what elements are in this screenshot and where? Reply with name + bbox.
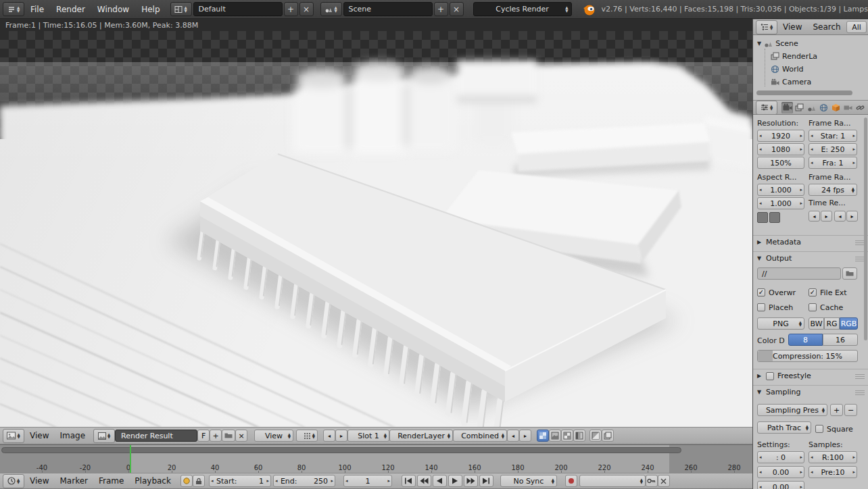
timeline-ruler[interactable]: -40-200204060801001201401601802002202402… — [0, 444, 752, 473]
scene-browse-button[interactable]: ▲▼ — [320, 2, 342, 16]
autokey-record-button[interactable] — [565, 475, 577, 487]
menu-frame[interactable]: Frame — [93, 476, 129, 486]
add-preset-button[interactable]: + — [830, 404, 843, 416]
time-remap-new-down[interactable]: ◂ — [834, 211, 846, 222]
cache-checkbox-row[interactable]: Cache — [809, 301, 843, 313]
frame-end-field[interactable]: ◂E: 250▸ — [809, 143, 857, 155]
preview-range-button[interactable] — [180, 475, 193, 487]
screen-layout-browse-button[interactable]: ▲▼ — [170, 2, 192, 16]
overwrite-checkbox[interactable]: ✓ — [757, 288, 765, 297]
seed-field[interactable]: ◂: 0▸ — [757, 451, 804, 463]
fake-user-button[interactable]: F — [197, 430, 210, 442]
copy-image-button[interactable] — [602, 430, 614, 442]
jump-to-end-button[interactable] — [479, 475, 493, 487]
tab-constraints[interactable] — [854, 102, 866, 113]
depth-8-button[interactable]: 8 — [788, 334, 823, 346]
render-result-image[interactable] — [0, 31, 752, 427]
render-samples-field[interactable]: ◂R:100▸ — [809, 451, 857, 463]
sync-dropdown[interactable]: No Sync ▲▼ — [500, 475, 557, 487]
compression-slider[interactable]: Compression: 15% — [757, 350, 858, 362]
delete-keyframe-button[interactable] — [658, 475, 670, 487]
menu-window[interactable]: Window — [91, 5, 135, 14]
display-rgba-button[interactable] — [537, 430, 549, 442]
tab-object[interactable] — [830, 102, 842, 113]
add-scene-button[interactable]: + — [434, 2, 448, 16]
add-layout-button[interactable]: + — [284, 2, 298, 16]
view-mode-dropdown[interactable]: View ▲▼ — [254, 430, 293, 442]
prev-pass-button[interactable]: ◂ — [507, 430, 519, 442]
tab-render-layers[interactable] — [794, 102, 805, 113]
insert-keyframe-button[interactable] — [646, 475, 658, 487]
integrator-dropdown[interactable]: Path Trac▲▼ — [757, 421, 811, 434]
frame-step-field[interactable]: ◂Fra: 1▸ — [809, 157, 857, 169]
panel-grip-icon[interactable] — [855, 373, 865, 379]
channel-rgba-button[interactable]: RGB — [840, 317, 858, 330]
crop-toggle[interactable] — [769, 212, 780, 223]
next-pass-button[interactable]: ▸ — [519, 430, 531, 442]
render-pass-dropdown[interactable]: Combined ▲▼ — [453, 430, 507, 442]
menu-help[interactable]: Help — [135, 5, 166, 14]
tab-world[interactable] — [818, 102, 829, 113]
lock-button[interactable] — [193, 475, 205, 487]
aspect-y-field[interactable]: ◂1.000▸ — [757, 197, 804, 209]
image-datablock-field[interactable]: Render Result — [115, 430, 197, 442]
placeholders-checkbox[interactable] — [757, 303, 765, 311]
display-z-button[interactable] — [573, 430, 585, 442]
outliner-display-mode-dropdown[interactable]: All — [846, 21, 867, 33]
square-samples-checkbox-row[interactable]: Square — [815, 423, 853, 435]
panel-sampling[interactable]: ▼ Sampling — [753, 385, 868, 398]
panel-freestyle[interactable]: ▶ Freestyle — [753, 369, 868, 382]
panel-grip-icon[interactable] — [855, 239, 865, 245]
panel-output[interactable]: ▼ Output — [753, 251, 868, 265]
clamp-indirect-field[interactable]: ◂0.00▸ — [757, 481, 804, 489]
editor-type-timeline-button[interactable]: ▲▼ — [3, 474, 24, 488]
placeholders-checkbox-row[interactable]: Placeh — [757, 301, 793, 313]
properties-scrollbar[interactable] — [864, 118, 867, 340]
next-slot-button[interactable]: ▸ — [335, 430, 347, 442]
editor-type-properties-button[interactable]: ▲▼ — [756, 101, 777, 115]
delete-scene-button[interactable]: × — [450, 2, 464, 16]
frame-start-field[interactable]: ◂ Start: 1 ▸ — [209, 475, 271, 487]
menu-playback[interactable]: Playback — [129, 476, 176, 486]
cache-checkbox[interactable] — [809, 303, 817, 311]
slot-dropdown[interactable]: Slot 1 ▲▼ — [347, 430, 389, 442]
screen-layout-field[interactable]: Default — [193, 2, 283, 16]
clamp-direct-field[interactable]: ◂0.00▸ — [757, 466, 804, 478]
tab-object-data[interactable] — [842, 102, 854, 113]
file-ext-checkbox-row[interactable]: ✓ File Ext — [809, 286, 847, 299]
expand-icon[interactable]: ▼ — [757, 41, 761, 47]
tab-scene[interactable] — [806, 102, 817, 113]
depth-16-button[interactable]: 16 — [823, 334, 858, 346]
prev-slot-button[interactable]: ◂ — [323, 430, 335, 442]
next-keyframe-button[interactable] — [464, 475, 478, 487]
current-frame-field[interactable]: ◂ 1 ▸ — [343, 475, 392, 487]
time-remap-old-down[interactable]: ◂ — [809, 211, 820, 222]
output-path-browse-button[interactable] — [842, 267, 857, 280]
render-layer-dropdown[interactable]: RenderLayer ▲▼ — [389, 430, 453, 442]
outliner-item-world[interactable]: World — [771, 63, 804, 75]
editor-type-outliner-button[interactable]: ▲▼ — [756, 20, 777, 34]
unlink-image-button[interactable]: × — [235, 430, 247, 442]
time-remap-old-up[interactable]: ▸ — [821, 211, 832, 222]
time-remap-new-up[interactable]: ▸ — [846, 211, 858, 222]
sampling-preset-dropdown[interactable]: Sampling Pres▲▼ — [757, 404, 827, 416]
aspect-x-field[interactable]: ◂1.000▸ — [757, 184, 804, 196]
menu-render[interactable]: Render — [50, 5, 91, 14]
play-reverse-button[interactable] — [433, 475, 447, 487]
outliner-item-camera[interactable]: Camera — [771, 76, 811, 88]
menu-view[interactable]: View — [24, 476, 54, 486]
play-button[interactable] — [448, 475, 462, 487]
panel-grip-icon[interactable] — [855, 255, 865, 261]
editor-type-image-button[interactable]: ▲▼ — [3, 429, 24, 443]
draw-channels-button[interactable] — [589, 430, 602, 442]
menu-search[interactable]: Search — [807, 22, 846, 32]
menu-view[interactable]: View — [24, 431, 54, 440]
fps-dropdown[interactable]: 24 fps▲▼ — [809, 184, 857, 196]
resolution-percent-slider[interactable]: 150% — [757, 157, 804, 169]
resolution-y-field[interactable]: ◂1080▸ — [757, 143, 804, 155]
channel-rgb-button[interactable]: RG — [824, 317, 840, 330]
delete-layout-button[interactable]: × — [299, 2, 314, 16]
display-rgb-button[interactable] — [549, 430, 561, 442]
panel-metadata[interactable]: ▶ Metadata — [753, 235, 868, 249]
menu-view[interactable]: View — [777, 22, 807, 32]
